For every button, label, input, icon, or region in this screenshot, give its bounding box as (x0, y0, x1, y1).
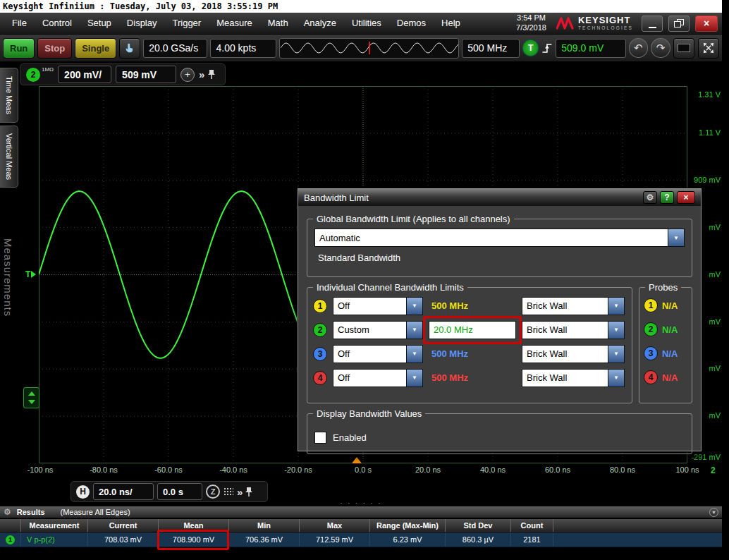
trigger-level-field[interactable]: 509.0 mV (556, 39, 625, 58)
redo-button[interactable]: ↷ (651, 38, 670, 58)
display-settings-button[interactable] (673, 38, 694, 59)
channel1-filter-dropdown[interactable]: Brick Wall ▼ (522, 297, 625, 315)
time-label: 100 ns (665, 465, 710, 474)
trigger-time-marker[interactable] (352, 457, 362, 463)
touch-button[interactable] (119, 38, 140, 59)
pin-icon[interactable] (245, 487, 253, 497)
enabled-checkbox-label: Enabled (333, 432, 367, 443)
sample-rate-field[interactable]: 20.0 GSa/s (143, 39, 207, 58)
panel-splitter-handle[interactable]: · · · · · · (0, 500, 722, 506)
menu-item-help[interactable]: Help (434, 13, 468, 34)
memory-depth-field[interactable]: 4.00 kpts (210, 39, 276, 58)
menu-item-display[interactable]: Display (119, 13, 165, 34)
menu-item-setup[interactable]: Setup (80, 13, 119, 34)
cell-std-dev: 860.3 µV (446, 532, 511, 547)
toolbar: Run Stop Single 20.0 GSa/s 4.00 kpts 500… (0, 35, 722, 63)
acquisition-preview-strip[interactable] (279, 38, 460, 59)
column-range: Range (Max-Min) (370, 519, 446, 532)
channel2-ground-marker[interactable] (23, 387, 39, 408)
global-bandwidth-dropdown[interactable]: Automatic ▼ (314, 229, 685, 247)
add-channel-button[interactable]: + (180, 68, 195, 82)
dropdown-arrow-icon[interactable]: ▼ (406, 322, 422, 339)
zoom-button[interactable]: Z (206, 485, 220, 499)
dropdown-arrow-icon[interactable]: ▼ (608, 346, 624, 363)
cell-current: 708.03 mV (88, 532, 159, 547)
time-label: 60.0 ns (535, 465, 580, 474)
dropdown-arrow-icon[interactable]: ▼ (406, 298, 422, 315)
dropdown-arrow-icon[interactable]: ▼ (608, 322, 624, 339)
stop-button[interactable]: Stop (37, 38, 72, 59)
trigger-level-marker[interactable]: T (25, 269, 36, 279)
pin-icon[interactable] (207, 69, 216, 80)
expand-chevrons-button[interactable]: » (199, 68, 203, 80)
close-button[interactable]: × (695, 16, 718, 32)
menu-item-analyze[interactable]: Analyze (296, 13, 344, 34)
minimize-button[interactable] (642, 16, 663, 32)
menu-item-control[interactable]: Control (35, 13, 80, 34)
channel2-badge[interactable]: 2 (26, 68, 40, 82)
menu-item-demos[interactable]: Demos (389, 13, 434, 34)
bandwidth-limit-dialog: Bandwidth Limit ⚙ ? × Global Bandwidth L… (298, 188, 702, 451)
menu-item-trigger[interactable]: Trigger (164, 13, 209, 34)
rising-edge-icon[interactable] (541, 41, 553, 55)
channel2-offset-field[interactable]: 509 mV (116, 66, 176, 83)
trigger-badge[interactable]: T (522, 39, 539, 56)
sidebar-tab-time-meas[interactable]: Time Meas (0, 68, 18, 123)
menu-item-math[interactable]: Math (260, 13, 296, 34)
measurements-panel-title: Measurements (2, 238, 14, 317)
channel4-mode-dropdown[interactable]: Off ▼ (333, 369, 423, 387)
results-settings-gear-icon[interactable]: ⚙ (4, 508, 11, 516)
dropdown-arrow-icon[interactable]: ▼ (406, 346, 422, 363)
restore-button[interactable] (668, 16, 690, 32)
help-icon: ? (664, 193, 669, 202)
channel3-filter-dropdown[interactable]: Brick Wall ▼ (522, 345, 625, 363)
restore-icon (674, 19, 684, 28)
channel3-bandwidth-row: 3 Off ▼ 500 MHz Brick Wall ▼ (313, 344, 626, 363)
channel2-filter-dropdown[interactable]: Brick Wall ▼ (522, 321, 625, 339)
dropdown-arrow-icon[interactable]: ▼ (608, 298, 624, 315)
undo-button[interactable]: ↶ (629, 38, 649, 58)
time-label: -80.0 ns (81, 465, 126, 474)
window-buttons: × (642, 16, 718, 32)
channel1-mode-dropdown[interactable]: Off ▼ (333, 297, 423, 315)
probe-row-4: 4 N/A (644, 368, 687, 386)
autoscale-button[interactable] (698, 38, 719, 59)
dialog-close-button[interactable]: × (677, 191, 695, 204)
dialog-title-bar[interactable]: Bandwidth Limit ⚙ ? × (298, 189, 701, 206)
horizontal-position-field[interactable]: 0.0 s (157, 483, 202, 500)
horizontal-badge[interactable]: H (76, 485, 90, 499)
sidebar-tab-vertical-meas[interactable]: Vertical Meas (0, 126, 18, 188)
channel1-badge: 1 (313, 299, 327, 313)
gear-icon: ⚙ (647, 193, 654, 202)
channel2-mode-dropdown[interactable]: Custom ▼ (333, 321, 423, 339)
screen-icon (678, 44, 690, 52)
redo-icon: ↷ (656, 42, 666, 54)
grid-dots-icon[interactable] (223, 487, 233, 496)
timebase-field[interactable]: 20.0 ns/ (93, 483, 154, 500)
menu-item-file[interactable]: File (4, 13, 35, 34)
channel2-custom-frequency-input[interactable]: 20.0 MHz (429, 321, 516, 339)
menu-item-utilities[interactable]: Utilities (344, 13, 389, 34)
dialog-settings-button[interactable]: ⚙ (643, 191, 657, 204)
probes-group-label: Probes (645, 282, 681, 293)
dropdown-arrow-icon[interactable]: ▼ (608, 370, 624, 386)
channel4-filter-dropdown[interactable]: Brick Wall ▼ (522, 369, 625, 387)
expand-chevrons-button[interactable]: » (237, 486, 241, 498)
enabled-checkbox[interactable] (314, 432, 326, 444)
run-button[interactable]: Run (3, 38, 35, 59)
brand-subtitle: TECHNOLOGIES (578, 26, 633, 31)
column-measurement: Measurement (21, 519, 88, 532)
dropdown-arrow-icon[interactable]: ▼ (406, 370, 422, 386)
single-button[interactable]: Single (75, 38, 116, 59)
global-bandwidth-value: Automatic (315, 229, 668, 246)
channel3-mode-dropdown[interactable]: Off ▼ (333, 345, 423, 363)
bandwidth-field[interactable]: 500 MHz (462, 39, 519, 58)
collapse-results-button[interactable]: ▼ (709, 508, 718, 517)
channel2-scale-field[interactable]: 200 mV/ (58, 66, 111, 83)
voltage-label: 909 mV (689, 176, 721, 184)
dialog-help-button[interactable]: ? (660, 191, 674, 204)
menu-item-measure[interactable]: Measure (209, 13, 260, 34)
time-label: -20.0 ns (276, 465, 321, 474)
dropdown-arrow-icon[interactable]: ▼ (668, 229, 684, 246)
column-mean: Mean (159, 519, 229, 532)
